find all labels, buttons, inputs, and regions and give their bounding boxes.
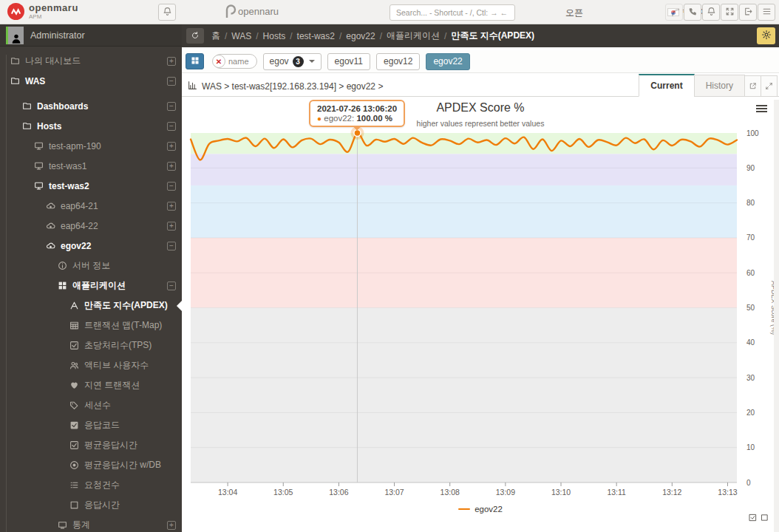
resize-button[interactable] — [761, 75, 778, 97]
sidebar-item-label: 액티브 사용자수 — [84, 359, 149, 372]
expand-icon[interactable]: + — [167, 202, 176, 211]
collapse-icon[interactable]: − — [167, 77, 176, 86]
sidebar-item-세션수[interactable]: 세션수 — [0, 395, 182, 415]
sidebar-item-label: Hosts — [37, 121, 61, 132]
layout-grid-button[interactable] — [186, 53, 204, 69]
signout-icon — [744, 6, 753, 19]
opennaru-brand-text: opennaru — [238, 6, 279, 18]
filter-chip-egov12[interactable]: egov12 — [376, 53, 420, 70]
breadcrumb-item[interactable]: 만족도 지수(APDEX) — [451, 30, 534, 42]
apdex-chart-plot[interactable]: 13:0413:0513:0613:0713:0813:0913:1013:11… — [182, 97, 779, 532]
alerts-button[interactable] — [702, 4, 720, 21]
chart-legend[interactable]: egov22 — [182, 505, 779, 514]
chat-icon — [670, 6, 679, 19]
sidebar-item-요청건수[interactable]: 요청건수 — [0, 475, 182, 495]
tab-current[interactable]: Current — [639, 74, 694, 97]
collapse-icon[interactable]: − — [167, 182, 176, 191]
bell-icon — [707, 6, 716, 19]
sidebar-item-통계[interactable]: 통계+ — [0, 515, 182, 532]
sidebar-item-지연-트랜잭션[interactable]: 지연 트랜잭션 — [0, 375, 182, 395]
filter-chip-egov11[interactable]: egov11 — [327, 53, 370, 70]
chevron-down-icon — [309, 60, 315, 63]
cloud-icon — [46, 221, 55, 231]
search-input[interactable] — [390, 4, 515, 21]
folder-icon — [10, 56, 20, 66]
breadcrumb-separator: / — [256, 31, 258, 41]
sidebar-item-test-apm-190[interactable]: test-apm-190+ — [0, 136, 182, 156]
sidebar-item-응답시간[interactable]: 응답시간 — [0, 495, 182, 515]
settings-button[interactable] — [757, 27, 775, 44]
group-count-badge: 3 — [293, 56, 304, 67]
sidebar-item-트랜잭션-맵-t-map-[interactable]: 트랜잭션 맵(T-Map) — [0, 316, 182, 335]
expand-icon[interactable]: + — [167, 222, 176, 231]
checked-box-icon[interactable] — [749, 511, 757, 525]
breadcrumb-item[interactable]: test-was2 — [297, 31, 335, 41]
collapse-icon[interactable]: − — [167, 282, 176, 290]
sidebar-item-label: 서버 정보 — [72, 259, 110, 272]
sidebar-item-서버-정보[interactable]: 서버 정보 — [0, 256, 182, 276]
expand-icon[interactable]: + — [167, 162, 176, 171]
refresh-button[interactable] — [186, 28, 204, 44]
chat-button[interactable] — [665, 4, 683, 21]
refresh-icon — [191, 30, 200, 43]
chart-area: APDEX Score % higher values represent be… — [182, 97, 779, 532]
folder-icon — [10, 76, 20, 86]
sidebar-item-egov22[interactable]: egov22− — [0, 236, 182, 256]
sidebar-item-label: 초당처리수(TPS) — [84, 339, 152, 352]
sidebar-item-test-was2[interactable]: test-was2− — [0, 176, 182, 196]
tv-icon — [58, 520, 67, 530]
open-new-window-button[interactable] — [744, 75, 761, 97]
call-button[interactable] — [684, 4, 701, 21]
group-dropdown[interactable]: egov 3 — [263, 53, 322, 70]
remove-filter-icon[interactable]: ✕ — [212, 55, 225, 68]
cloud-icon — [46, 241, 55, 250]
sidebar-item-dashboards[interactable]: Dashboards− — [0, 96, 182, 116]
sidebar-item-eap64-22[interactable]: eap64-22+ — [0, 216, 182, 236]
sidebar-item-label: 트랜잭션 맵(T-Map) — [84, 319, 162, 332]
breadcrumb-item[interactable]: 애플리케이션 — [387, 30, 440, 42]
breadcrumb-item[interactable]: egov22 — [346, 31, 375, 41]
expand-icon[interactable]: + — [167, 521, 176, 530]
sidebar-item-test-was1[interactable]: test-was1+ — [0, 156, 182, 176]
instance-chips: egov11egov12egov22 — [327, 53, 470, 70]
breadcrumb-separator: / — [290, 31, 292, 41]
menu-button[interactable] — [758, 4, 775, 21]
sidebar-item-was[interactable]: WAS− — [0, 71, 182, 91]
tab-history[interactable]: History — [694, 75, 745, 97]
breadcrumb-separator: / — [444, 31, 446, 41]
sidebar-item-초당처리수-tps-[interactable]: 초당처리수(TPS) — [0, 335, 182, 355]
breadcrumb-item[interactable]: Hosts — [263, 31, 286, 41]
sidebar-item-평균응답시간[interactable]: 평균응답시간 — [0, 435, 182, 455]
expand-icon[interactable]: + — [167, 57, 176, 66]
breadcrumb-item[interactable]: 홈 — [211, 30, 220, 42]
logout-button[interactable] — [739, 4, 757, 21]
sidebar-item-만족도-지수-apdex-[interactable]: 만족도 지수(APDEX) — [0, 296, 182, 316]
breadcrumb-item[interactable]: WAS — [231, 31, 251, 41]
svg-text:13:09: 13:09 — [496, 488, 515, 497]
sidebar-item-hosts[interactable]: Hosts− — [0, 116, 182, 136]
table-icon — [69, 321, 79, 330]
collapse-icon[interactable]: − — [167, 102, 176, 111]
breadcrumb-separator: / — [380, 31, 382, 41]
open-menu-link[interactable]: 오픈 — [565, 7, 583, 19]
filter-tag-name[interactable]: ✕ name — [213, 54, 257, 69]
collapse-icon[interactable]: − — [167, 122, 176, 131]
avatar — [6, 27, 24, 44]
svg-text:13:10: 13:10 — [551, 488, 571, 497]
sidebar-item-평균응답시간-w-db[interactable]: 평균응답시간 w/DB — [0, 455, 182, 475]
sidebar-item-eap64-21[interactable]: eap64-21+ — [0, 196, 182, 216]
filter-chip-egov22[interactable]: egov22 — [426, 53, 469, 70]
sidebar-item-응답코드[interactable]: 응답코드 — [0, 415, 182, 435]
active-item-arrow — [177, 301, 182, 311]
collapse-icon[interactable]: − — [167, 242, 176, 250]
external-link-icon — [749, 80, 757, 93]
sidebar-item-액티브-사용자수[interactable]: 액티브 사용자수 — [0, 355, 182, 375]
user-profile[interactable]: Administrator — [0, 24, 182, 47]
scrollbar[interactable] — [774, 100, 779, 532]
sidebar-item-애플리케이션[interactable]: 애플리케이션− — [0, 276, 182, 296]
expand-icon[interactable]: + — [167, 142, 176, 151]
empty-box-icon[interactable] — [761, 511, 769, 525]
sidebar-item-나의-대시보드[interactable]: 나의 대시보드+ — [0, 51, 182, 71]
fullscreen-button[interactable] — [721, 4, 738, 21]
notifications-button[interactable] — [158, 4, 176, 21]
